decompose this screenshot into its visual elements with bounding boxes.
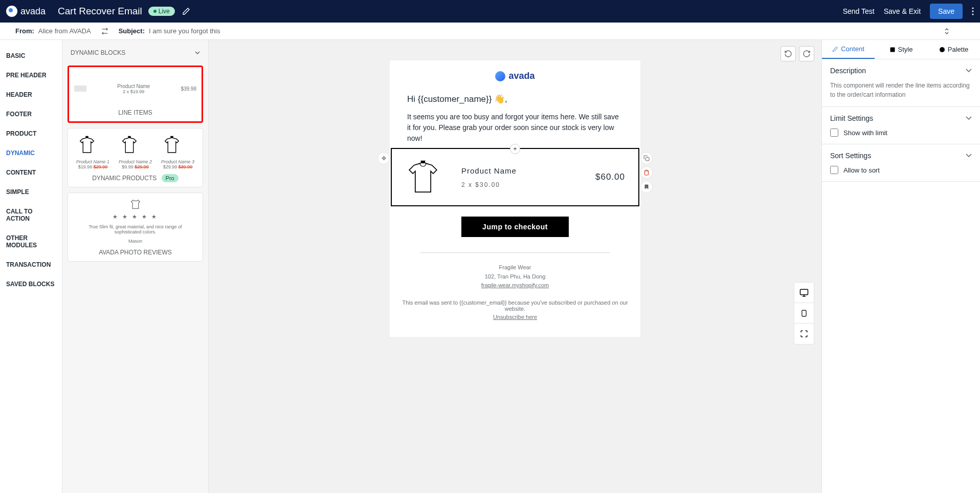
footer-address: 102, Tran Phu, Ha Dong xyxy=(390,272,640,282)
greeting-text[interactable]: Hi {{customer_name}} 👋, xyxy=(407,94,623,104)
tab-content[interactable]: Content xyxy=(822,40,875,59)
save-exit-link[interactable]: Save & Exit xyxy=(884,7,921,15)
svg-rect-7 xyxy=(890,47,895,52)
expand-icon[interactable] xyxy=(944,28,949,35)
nav-content[interactable]: CONTENT xyxy=(0,163,62,182)
email-logo: avada xyxy=(390,71,640,81)
unsubscribe-link[interactable]: Unsubscribe here xyxy=(390,313,640,322)
allow-sort-checkbox[interactable]: Allow to sort xyxy=(830,166,972,174)
email-preview: avada Hi {{customer_name}} 👋, It seems y… xyxy=(390,60,640,337)
from-value[interactable]: Alice from AVADA xyxy=(38,27,91,35)
product-image xyxy=(405,159,441,195)
svg-rect-5 xyxy=(802,310,806,316)
send-test-link[interactable]: Send Test xyxy=(843,7,875,15)
stars-icon: ★ ★ ★ ★ ★ xyxy=(113,213,158,220)
nav-header[interactable]: HEADER xyxy=(0,85,62,104)
edit-icon[interactable] xyxy=(182,7,190,15)
top-bar: avada Cart Recover Email Live Send Test … xyxy=(0,0,980,23)
preview-product: Product Name 3$29.99 $39.99 xyxy=(161,135,194,169)
show-with-limit-checkbox[interactable]: Show with limit xyxy=(830,128,972,137)
disclaimer-text: This email was sent to {{customer_email}… xyxy=(390,299,640,312)
review-text: True Slim fit, great material, and nice … xyxy=(73,224,197,234)
block-label: AVADA PHOTO REVIEWS xyxy=(73,249,197,256)
product-line-item[interactable]: ✥ + Product Name 2 x $30.00 $60.00 xyxy=(391,148,639,206)
block-label: DYNAMIC PRODUCTS xyxy=(92,175,157,182)
drag-handle-icon[interactable]: ✥ xyxy=(377,152,390,164)
preview-product: Product Name 2$9.99 $29.99 xyxy=(119,135,152,169)
nav-basic[interactable]: BASIC xyxy=(0,46,62,66)
svg-rect-3 xyxy=(646,158,650,161)
subject-label: Subject: xyxy=(119,27,145,35)
checkout-button[interactable]: Jump to checkout xyxy=(461,217,569,237)
product-price: $60.00 xyxy=(595,172,625,182)
section-description[interactable]: Description xyxy=(830,67,972,75)
block-photo-reviews[interactable]: ★ ★ ★ ★ ★ True Slim fit, great material,… xyxy=(68,192,203,262)
brand-name: avada xyxy=(20,6,46,17)
nav-pre-header[interactable]: PRE HEADER xyxy=(0,66,62,85)
duplicate-icon[interactable] xyxy=(640,152,653,164)
review-author: Mason xyxy=(128,239,142,244)
footer-company: Fragile Wear xyxy=(390,263,640,272)
from-label: From: xyxy=(15,27,34,35)
live-badge: Live xyxy=(148,7,175,16)
nav-call-to-action[interactable]: CALL TO ACTION xyxy=(0,202,62,228)
pro-badge: Pro xyxy=(162,174,179,182)
add-block-button[interactable]: + xyxy=(510,144,520,154)
nav-transaction[interactable]: TRANSACTION xyxy=(0,255,62,274)
chevron-down-icon xyxy=(195,51,200,54)
footer-url[interactable]: fragile-wear.myshopify.com xyxy=(390,281,640,290)
blocks-panel: DYNAMIC BLOCKS Product Name 2 x $19.99 $… xyxy=(62,40,209,493)
tab-style[interactable]: Style xyxy=(875,40,927,59)
subject-value[interactable]: I am sure you forgot this xyxy=(149,27,220,35)
shirt-icon xyxy=(130,199,141,209)
svg-rect-4 xyxy=(800,289,808,295)
save-button[interactable]: Save xyxy=(930,4,963,19)
nav-footer[interactable]: FOOTER xyxy=(0,104,62,124)
category-nav: BASICPRE HEADERHEADERFOOTERPRODUCTDYNAMI… xyxy=(0,40,62,493)
fullscreen-icon[interactable] xyxy=(794,324,814,344)
brand-logo[interactable]: avada xyxy=(6,6,46,17)
chevron-down-icon xyxy=(966,69,972,73)
section-sort[interactable]: Sort Settings xyxy=(830,152,972,160)
svg-point-1 xyxy=(972,11,974,12)
more-icon[interactable] xyxy=(972,7,974,15)
svg-point-8 xyxy=(940,47,945,52)
avada-logo-icon xyxy=(495,71,505,81)
nav-saved-blocks[interactable]: SAVED BLOCKS xyxy=(0,274,62,294)
nav-simple[interactable]: SIMPLE xyxy=(0,182,62,202)
redo-button[interactable] xyxy=(799,46,814,61)
avada-logo-icon xyxy=(6,6,17,17)
properties-panel: Content Style Palette Description This c… xyxy=(821,40,980,493)
palette-icon xyxy=(939,47,945,53)
blocks-panel-title: DYNAMIC BLOCKS xyxy=(71,49,125,56)
divider xyxy=(420,252,610,253)
nav-product[interactable]: PRODUCT xyxy=(0,124,62,143)
bookmark-icon[interactable] xyxy=(640,181,653,193)
viewport-toggle xyxy=(794,282,814,345)
undo-button[interactable] xyxy=(781,46,796,61)
mobile-view-icon[interactable] xyxy=(794,303,814,324)
chevron-down-icon xyxy=(966,116,972,120)
description-text: This component will render the line item… xyxy=(830,81,972,99)
blocks-panel-header[interactable]: DYNAMIC BLOCKS xyxy=(68,45,203,60)
page-title: Cart Recover Email xyxy=(58,6,142,17)
sub-bar: From: Alice from AVADA Subject: I am sur… xyxy=(0,23,980,40)
nav-other-modules[interactable]: OTHER MODULES xyxy=(0,228,62,255)
block-dynamic-products[interactable]: Product Name 1$19.99 $29.99Product Name … xyxy=(68,128,203,187)
section-limit[interactable]: Limit Settings xyxy=(830,114,972,122)
product-name: Product Name xyxy=(461,166,575,175)
block-line-items[interactable]: Product Name 2 x $19.99 $39.98 LINE ITEM… xyxy=(68,66,203,123)
swap-icon[interactable] xyxy=(101,28,108,35)
block-label: LINE ITEMS xyxy=(74,109,196,116)
preview-product: Product Name 1$19.99 $29.99 xyxy=(76,135,109,169)
preview-price: $39.98 xyxy=(181,86,196,92)
body-text[interactable]: It seems you are too busy and forgot you… xyxy=(407,112,623,144)
delete-icon[interactable] xyxy=(640,166,653,179)
product-qty: 2 x $30.00 xyxy=(461,181,575,188)
preview-product-name: Product Name xyxy=(102,83,165,89)
tab-palette[interactable]: Palette xyxy=(927,40,980,59)
desktop-view-icon[interactable] xyxy=(794,283,814,303)
svg-point-2 xyxy=(972,14,974,15)
canvas: avada Hi {{customer_name}} 👋, It seems y… xyxy=(209,40,821,493)
nav-dynamic[interactable]: DYNAMIC xyxy=(0,143,62,163)
